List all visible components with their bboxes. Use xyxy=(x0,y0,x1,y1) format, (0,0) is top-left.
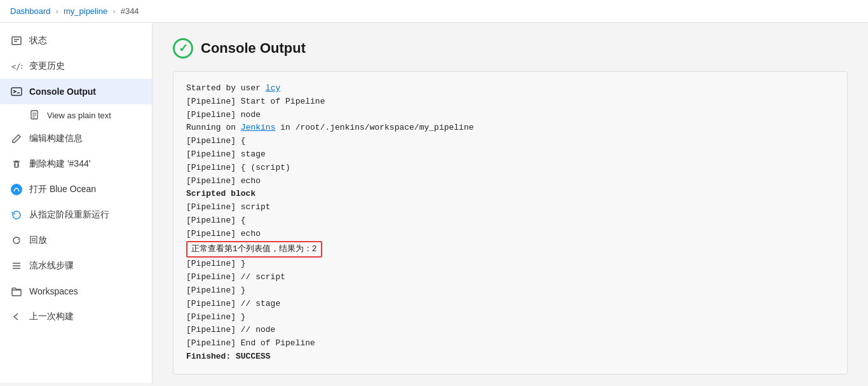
console-link[interactable]: Jenkins xyxy=(241,123,276,132)
console-line: [Pipeline] // script xyxy=(186,272,285,282)
sidebar-item-pipeline-steps[interactable]: 流水线步骤 xyxy=(0,253,152,279)
console-line: [Pipeline] { xyxy=(186,216,246,225)
sidebar-item-edit-build[interactable]: 编辑构建信息 xyxy=(0,126,152,151)
bold-console-line: Scripted block xyxy=(186,189,255,198)
prev-build-icon xyxy=(10,310,23,323)
console-line: [Pipeline] echo xyxy=(186,229,261,238)
console-line: [Pipeline] } xyxy=(186,286,246,295)
console-line: Started by user lcy xyxy=(186,83,280,93)
sidebar-item-changes[interactable]: </> 变更历史 xyxy=(0,53,152,79)
highlighted-console-line: 正常查看第1个列表值，结果为：2 xyxy=(186,241,322,258)
sidebar-item-workspaces[interactable]: Workspaces xyxy=(0,279,152,304)
console-line: [Pipeline] // node xyxy=(186,325,275,334)
pipeline-steps-icon xyxy=(10,259,23,272)
console-line: [Pipeline] { (script) xyxy=(186,163,290,172)
sidebar-item-replay[interactable]: 回放 xyxy=(0,228,152,253)
sidebar-item-blue-ocean-label: 打开 Blue Ocean xyxy=(29,184,96,195)
edit-icon xyxy=(10,132,23,145)
sidebar-item-blue-ocean[interactable]: 打开 Blue Ocean xyxy=(0,177,152,202)
console-line: [Pipeline] } xyxy=(186,259,246,268)
delete-icon xyxy=(10,158,23,170)
success-check-icon: ✓ xyxy=(173,38,193,59)
svg-text:</>: </> xyxy=(11,62,22,71)
bold-console-line: Finished: SUCCESS xyxy=(186,352,271,361)
sidebar-item-plain-text-label: View as plain text xyxy=(47,111,111,120)
restart-icon xyxy=(10,209,23,221)
breadcrumb-sep1: › xyxy=(56,6,58,16)
console-line: Running on Jenkins in /root/.jenkins/wor… xyxy=(186,123,474,132)
sidebar-item-status[interactable]: 状态 xyxy=(0,28,152,53)
sidebar-item-changes-label: 变更历史 xyxy=(29,60,65,72)
sidebar: 状态 </> 变更历史 Console Output View as plain… xyxy=(0,23,153,383)
sidebar-item-status-label: 状态 xyxy=(29,35,47,46)
console-line: [Pipeline] script xyxy=(186,202,271,212)
svg-rect-0 xyxy=(12,37,21,45)
breadcrumb-sep2: › xyxy=(112,6,115,16)
sidebar-item-delete-build[interactable]: 删除构建 '#344' xyxy=(0,151,152,177)
sidebar-item-console-label: Console Output xyxy=(29,86,96,97)
sidebar-item-prev-build-label: 上一次构建 xyxy=(29,311,74,322)
replay-icon xyxy=(10,234,23,247)
plain-text-icon xyxy=(29,109,41,121)
sidebar-item-pipeline-steps-label: 流水线步骤 xyxy=(29,260,74,272)
console-line: [Pipeline] } xyxy=(186,312,246,322)
sidebar-item-restart-label: 从指定阶段重新运行 xyxy=(29,209,109,221)
sidebar-item-workspaces-label: Workspaces xyxy=(29,286,78,296)
sidebar-item-edit-label: 编辑构建信息 xyxy=(29,133,83,144)
breadcrumb-build: #344 xyxy=(121,6,139,16)
changes-icon: </> xyxy=(10,60,23,72)
workspaces-icon xyxy=(10,285,23,298)
svg-point-13 xyxy=(11,184,22,195)
blue-ocean-icon xyxy=(10,183,23,196)
console-line: [Pipeline] { xyxy=(186,136,246,146)
sidebar-item-restart-stage[interactable]: 从指定阶段重新运行 xyxy=(0,202,152,228)
console-line: [Pipeline] node xyxy=(186,110,261,120)
console-line: [Pipeline] echo xyxy=(186,176,261,186)
sidebar-item-plain-text[interactable]: View as plain text xyxy=(0,104,152,126)
console-line: [Pipeline] Start of Pipeline xyxy=(186,97,325,106)
sidebar-item-console[interactable]: Console Output xyxy=(0,79,152,104)
sidebar-item-replay-label: 回放 xyxy=(29,235,47,246)
page-header: ✓ Console Output xyxy=(173,38,848,59)
console-icon xyxy=(10,85,23,98)
breadcrumb: Dashboard › my_pipeline › #344 xyxy=(0,0,868,23)
console-output: Started by user lcy [Pipeline] Start of … xyxy=(173,71,848,375)
console-line: [Pipeline] stage xyxy=(186,149,266,159)
page-title: Console Output xyxy=(201,40,306,57)
breadcrumb-dashboard[interactable]: Dashboard xyxy=(10,6,51,16)
console-line: [Pipeline] // stage xyxy=(186,299,280,308)
status-icon xyxy=(10,34,23,47)
console-link[interactable]: lcy xyxy=(266,83,280,93)
console-line: [Pipeline] End of Pipeline xyxy=(186,338,315,348)
breadcrumb-pipeline[interactable]: my_pipeline xyxy=(64,6,107,16)
sidebar-item-delete-label: 删除构建 '#344' xyxy=(29,158,90,170)
sidebar-item-prev-build[interactable]: 上一次构建 xyxy=(0,304,152,329)
main-content: ✓ Console Output Started by user lcy [Pi… xyxy=(153,23,868,383)
